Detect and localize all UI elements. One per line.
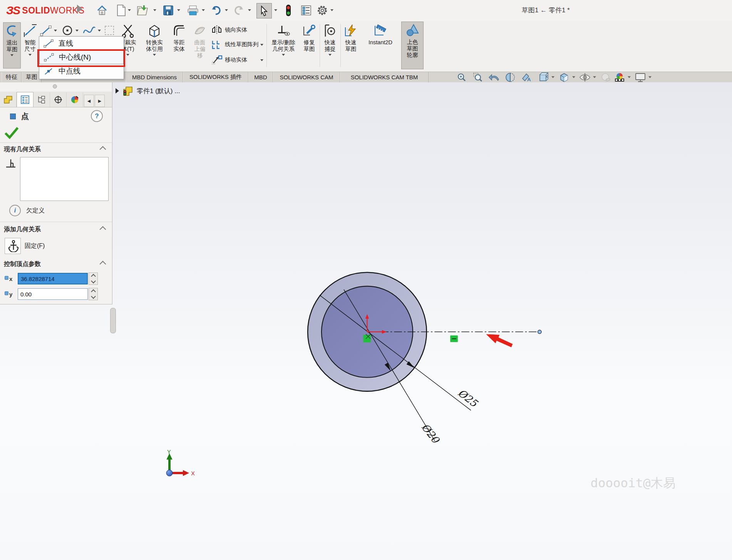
display-style-button[interactable] <box>558 72 571 82</box>
tab-mbd[interactable]: MBD <box>248 72 273 82</box>
section-view-button[interactable] <box>504 72 517 82</box>
ok-check-button[interactable] <box>4 125 19 139</box>
tab-dimxpertmanager[interactable] <box>50 92 67 107</box>
relations-listbox[interactable] <box>20 157 109 201</box>
home-button[interactable] <box>95 3 109 18</box>
fix-relation-button[interactable] <box>5 238 21 254</box>
shaded-sketch-contours-button[interactable]: 上色 草图 轮廓 <box>401 22 424 69</box>
save-button[interactable] <box>161 3 176 18</box>
menu-expander-arrow-icon[interactable] <box>77 5 82 13</box>
select-tool-dropdown[interactable] <box>274 9 277 11</box>
display-relations-button[interactable]: 显示/删除 几何关系 <box>268 22 299 68</box>
x-coordinate-input[interactable] <box>18 273 88 284</box>
x-spinner-down-icon[interactable] <box>91 279 96 284</box>
edit-appearance-button[interactable] <box>599 72 612 82</box>
panel-tab-scroll-right[interactable]: ▶ <box>95 95 105 107</box>
tab-solidworks-cam[interactable]: SOLIDWORKS CAM <box>273 72 340 82</box>
view-settings-button[interactable] <box>634 72 647 82</box>
control-vertex-params-header[interactable]: 控制顶点参数 <box>4 260 41 268</box>
spline-tool-dropdown[interactable] <box>98 30 101 32</box>
tab-propertymanager[interactable] <box>17 92 34 107</box>
convert-entities-button[interactable]: 转换实 体引用 <box>142 22 167 68</box>
convert-entities-dropdown[interactable] <box>153 54 156 56</box>
tab-features[interactable]: 特征 <box>2 72 22 82</box>
settings-dropdown[interactable] <box>330 9 333 11</box>
offset-entities-button[interactable]: 等距 实体 <box>169 22 189 68</box>
undo-button[interactable] <box>209 3 223 18</box>
tab-solidworks-cam-tbm[interactable]: SOLIDWORKS CAM TBM <box>340 72 429 82</box>
add-relations-collapse-icon[interactable] <box>100 226 106 233</box>
quick-snaps-button[interactable]: 快速 捕捉 <box>321 22 339 68</box>
panel-tab-scroll-left[interactable]: ◀ <box>84 95 94 107</box>
tab-featuremanager[interactable] <box>0 92 17 107</box>
y-coordinate-input[interactable] <box>18 288 88 300</box>
view-annotations-button[interactable]: A <box>520 72 533 82</box>
zoom-to-fit-button[interactable] <box>455 72 468 82</box>
move-entities-button[interactable]: 移动实体 <box>211 53 247 66</box>
previous-view-button[interactable] <box>487 72 501 82</box>
view-settings-dropdown[interactable] <box>648 76 652 78</box>
zoom-to-area-button[interactable] <box>471 72 484 82</box>
panel-splitter-dot[interactable] <box>53 84 57 89</box>
existing-relations-header[interactable]: 现有几何关系 <box>4 145 41 154</box>
linear-pattern-button[interactable]: 线性草图阵列 <box>211 38 258 51</box>
new-document-button[interactable] <box>114 3 129 18</box>
coincident-relation-badge[interactable] <box>363 335 371 343</box>
trim-entities-dropdown[interactable] <box>126 54 129 56</box>
exit-sketch-dropdown[interactable] <box>10 54 13 56</box>
menu-item-line[interactable]: 直线 <box>39 37 124 50</box>
tab-configurationmanager[interactable] <box>34 92 50 107</box>
linear-pattern-dropdown[interactable] <box>260 44 263 46</box>
view-orientation-button[interactable] <box>537 72 550 82</box>
gear-icon <box>317 5 328 16</box>
smart-dimension-button[interactable]: 智能 尺寸 <box>22 22 39 68</box>
add-relations-header[interactable]: 添加几何关系 <box>4 226 41 234</box>
help-button[interactable]: ? <box>91 110 103 122</box>
new-document-dropdown[interactable] <box>128 9 131 11</box>
tab-mbd-dimensions[interactable]: MBD Dimensions <box>126 72 183 82</box>
tab-displaymanager[interactable] <box>67 92 83 107</box>
control-vertex-params-collapse-icon[interactable] <box>100 261 106 267</box>
line-tool-dropdown[interactable] <box>54 30 57 32</box>
open-dropdown[interactable] <box>153 9 156 11</box>
dim-text-d25[interactable]: Ø25 <box>456 387 480 410</box>
quick-snaps-dropdown[interactable] <box>328 54 332 56</box>
display-style-dropdown[interactable] <box>572 76 575 78</box>
y-spinner-down-icon[interactable] <box>91 294 96 299</box>
circle-tool-button[interactable] <box>61 24 79 37</box>
move-entities-dropdown[interactable] <box>260 59 263 61</box>
mirror-entities-button[interactable]: 镜向实体 <box>211 23 247 36</box>
print-dropdown[interactable] <box>202 9 205 11</box>
centerline-endpoint[interactable] <box>538 330 541 334</box>
rapid-sketch-button[interactable]: 快速 草图 <box>342 22 360 68</box>
settings-button[interactable] <box>315 3 330 18</box>
panel-collapse-handle[interactable] <box>110 308 116 333</box>
rebuild-button[interactable] <box>281 3 296 18</box>
redo-dropdown[interactable] <box>248 9 251 11</box>
instant2d-button[interactable]: Instant2D <box>361 22 400 68</box>
x-spinner[interactable] <box>89 272 98 285</box>
view-orientation-dropdown[interactable] <box>551 76 554 78</box>
exit-sketch-button[interactable]: 退出 草图 <box>3 22 21 69</box>
apply-scene-button[interactable] <box>613 72 626 82</box>
print-button[interactable] <box>186 3 200 18</box>
apply-scene-dropdown[interactable] <box>628 76 631 78</box>
existing-relations-collapse-icon[interactable] <box>100 146 106 153</box>
redo-button[interactable] <box>232 3 246 18</box>
repair-sketch-button[interactable]: 修复 草图 <box>300 22 318 68</box>
circle-tool-dropdown[interactable] <box>75 30 79 32</box>
tab-solidworks-addins[interactable]: SOLIDWORKS 插件 <box>183 72 248 82</box>
hide-show-items-dropdown[interactable] <box>593 76 596 78</box>
options-list-button[interactable] <box>299 3 313 18</box>
spline-tool-button[interactable] <box>82 24 101 37</box>
save-dropdown[interactable] <box>177 9 180 11</box>
y-spinner[interactable] <box>89 288 98 300</box>
display-relations-dropdown[interactable] <box>282 54 285 56</box>
line-tool-button[interactable] <box>39 24 57 37</box>
undo-dropdown[interactable] <box>225 9 228 11</box>
hide-show-items-button[interactable] <box>578 72 591 82</box>
open-button[interactable] <box>136 3 150 18</box>
dim-text-d20[interactable]: Ø20 <box>419 421 442 446</box>
select-tool-button[interactable] <box>256 3 272 18</box>
smart-dimension-dropdown[interactable] <box>28 54 32 56</box>
